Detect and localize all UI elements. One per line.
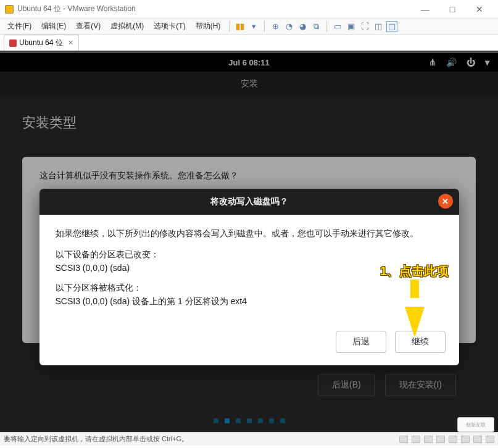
device-sound-icon[interactable]	[449, 436, 457, 443]
close-button[interactable]: ✕	[466, 0, 493, 19]
dropdown-icon[interactable]: ▾	[248, 21, 259, 32]
device-cd-icon[interactable]	[412, 436, 420, 443]
send-keys-icon[interactable]: ⊕	[270, 21, 281, 32]
snapshot-revert-icon[interactable]: ◕	[297, 21, 308, 32]
modal-format-detail: SCSI3 (0,0,0) (sda) 设备上的第 1 分区将设为 ext4	[56, 296, 443, 307]
vm-tab-icon	[9, 39, 17, 47]
guest-display: Jul 6 08:11 ⋔ 🔊 ⏻ ▾ 安装 安装类型 这台计算机似乎没有安装操…	[0, 53, 498, 432]
menu-help[interactable]: 帮助(H)	[192, 20, 225, 33]
confirm-write-modal: 将改动写入磁盘吗？ ✕ 如果您继续，以下所列出的修改内容将会写入到磁盘中。或者，…	[39, 189, 459, 365]
fullscreen-icon[interactable]: ▢	[386, 21, 397, 32]
snapshot-icon[interactable]: ◔	[283, 21, 294, 32]
vmware-statusbar: 要将输入定向到该虚拟机，请在虚拟机内部单击或按 Ctrl+G。	[0, 432, 498, 446]
vmware-tabbar: Ubuntu 64 位 ✕	[0, 35, 498, 53]
minimize-button[interactable]: —	[412, 0, 439, 19]
modal-title: 将改动写入磁盘吗？	[210, 196, 288, 207]
vm-tab-label: Ubuntu 64 位	[19, 38, 63, 48]
watermark: 创新互联	[457, 417, 494, 432]
device-printer-icon[interactable]	[461, 436, 470, 443]
modal-partition-device: SCSI3 (0,0,0) (sda)	[56, 263, 443, 273]
status-text: 要将输入定向到该虚拟机，请在虚拟机内部单击或按 Ctrl+G。	[4, 434, 188, 444]
modal-format-heading: 以下分区将被格式化：	[56, 283, 443, 294]
menu-vm[interactable]: 虚拟机(M)	[107, 20, 147, 33]
menu-view[interactable]: 查看(V)	[72, 20, 104, 33]
maximize-button[interactable]: □	[439, 0, 466, 19]
device-other-icon[interactable]	[486, 436, 494, 443]
modal-close-button[interactable]: ✕	[438, 194, 453, 209]
device-usb-icon[interactable]	[436, 436, 445, 443]
pause-icon[interactable]: ▮▮	[234, 21, 246, 32]
vmware-menubar: 文件(F) 编辑(E) 查看(V) 虚拟机(M) 选项卡(T) 帮助(H) ▮▮…	[0, 19, 498, 35]
vmware-titlebar: Ubuntu 64 位 - VMware Workstation — □ ✕	[0, 0, 498, 19]
vm-tab-close-icon[interactable]: ✕	[68, 39, 73, 47]
snapshot-manage-icon[interactable]: ⧉	[310, 21, 322, 32]
vmware-logo-icon	[5, 5, 14, 14]
multi-monitor-icon[interactable]: ▭	[332, 21, 343, 32]
menu-file[interactable]: 文件(F)	[4, 20, 35, 33]
window-title: Ubuntu 64 位 - VMware Workstation	[17, 4, 136, 14]
modal-body: 如果您继续，以下所列出的修改内容将会写入到磁盘中。或者，您也可以手动来进行其它修…	[39, 215, 459, 331]
vm-tab-ubuntu[interactable]: Ubuntu 64 位 ✕	[4, 35, 79, 51]
modal-actions: 后退 继续	[39, 331, 459, 365]
device-net-icon[interactable]	[424, 436, 433, 443]
stretch-icon[interactable]: ⛶	[359, 21, 370, 32]
menu-edit[interactable]: 编辑(E)	[38, 20, 70, 33]
device-hdd-icon[interactable]	[399, 436, 408, 443]
modal-titlebar: 将改动写入磁盘吗？ ✕	[39, 189, 459, 215]
modal-intro: 如果您继续，以下所列出的修改内容将会写入到磁盘中。或者，您也可以手动来进行其它修…	[56, 228, 443, 239]
unity-icon[interactable]: ◫	[373, 21, 384, 32]
modal-back-button[interactable]: 后退	[336, 331, 386, 353]
menu-tabs[interactable]: 选项卡(T)	[150, 20, 189, 33]
modal-partition-heading: 以下设备的分区表已改变：	[56, 249, 443, 260]
modal-continue-button[interactable]: 继续	[395, 331, 446, 353]
modal-overlay: 将改动写入磁盘吗？ ✕ 如果您继续，以下所列出的修改内容将会写入到磁盘中。或者，…	[0, 53, 498, 432]
device-display-icon[interactable]	[473, 436, 482, 443]
console-view-icon[interactable]: ▣	[346, 21, 357, 32]
